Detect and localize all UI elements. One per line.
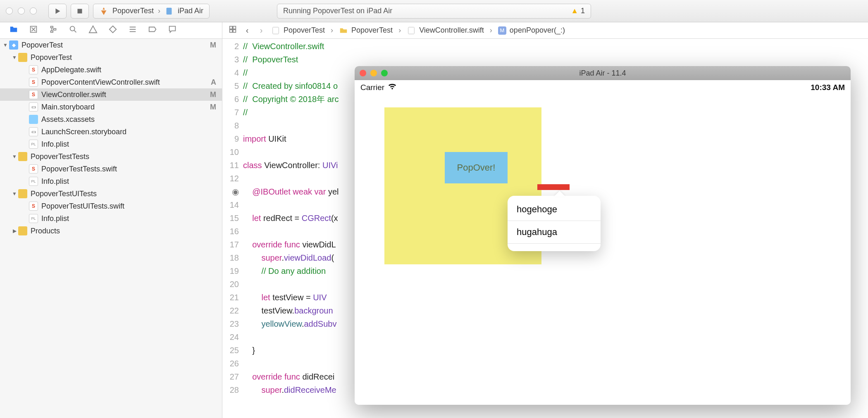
swift-file-icon: S (29, 164, 38, 173)
traffic-minimize-icon[interactable] (370, 70, 377, 76)
file-name-label: PopoverContentViewController.swift (41, 78, 160, 87)
project-navigator-tab[interactable] (9, 25, 18, 36)
file-name-label: PopoverTestUITests.swift (41, 202, 124, 211)
popover-row[interactable]: hogehoge (508, 198, 601, 221)
device-icon (165, 7, 174, 16)
scheme-project-label: PopoverTest (112, 7, 154, 15)
activity-viewer[interactable]: Running PopoverTest on iPad Air ▲ 1 (277, 4, 591, 19)
nav-file[interactable]: SPopoverContentViewController.swiftA (0, 76, 222, 88)
disclosure-triangle-icon[interactable]: ▼ (11, 55, 18, 60)
navigator-selector-bar (0, 22, 222, 38)
disclosure-triangle-icon[interactable]: ▼ (11, 191, 18, 197)
storyboard-file-icon: ▭ (29, 102, 38, 112)
related-items-button[interactable] (228, 25, 237, 36)
scm-status-badge: M (210, 90, 216, 99)
folder-icon (18, 189, 27, 198)
traffic-zoom-icon[interactable] (381, 70, 388, 76)
secondary-toolbar: ‹ › PopoverTest › PopoverTest › ViewCont… (0, 22, 868, 39)
disclosure-triangle-icon[interactable]: ▼ (2, 42, 9, 48)
wifi-icon (388, 83, 397, 93)
debug-navigator-tab[interactable] (128, 25, 137, 36)
popover-row[interactable]: hugahuga (508, 221, 601, 244)
stop-icon (75, 7, 84, 16)
issue-navigator-tab[interactable] (88, 25, 98, 36)
stop-button[interactable] (71, 4, 89, 19)
breakpoint-navigator-tab[interactable] (148, 25, 157, 36)
assets-folder-icon (29, 115, 38, 124)
nav-file[interactable]: PLInfo.plist (0, 175, 222, 188)
symbol-navigator-tab[interactable] (49, 25, 58, 36)
file-name-label: Info.plist (41, 214, 69, 223)
scm-status-badge: M (210, 41, 216, 50)
nav-group-popovertesttests[interactable]: ▼ PopoverTestTests (0, 150, 222, 163)
chevron-right-icon: › (490, 26, 492, 35)
method-icon: M (498, 26, 506, 35)
file-name-label: Assets.xcassets (41, 115, 95, 124)
file-name-label: PopoverTestTests.swift (41, 165, 117, 173)
plist-file-icon: PL (29, 140, 38, 149)
find-navigator-tab[interactable] (69, 25, 78, 36)
breakpoint-tag-icon (148, 25, 157, 34)
jumpbar-crumb-0[interactable]: PopoverTest (271, 26, 325, 35)
traffic-minimize-icon[interactable] (18, 7, 25, 14)
swift-file-icon: S (29, 78, 38, 87)
file-name-label: LaunchScreen.storyboard (41, 128, 126, 136)
scheme-selector[interactable]: PopoverTest › iPad Air (93, 4, 210, 19)
disclosure-triangle-icon[interactable]: ▼ (11, 154, 18, 159)
run-button[interactable] (48, 4, 67, 19)
source-control-navigator-tab[interactable] (29, 25, 38, 36)
plist-file-icon: PL (29, 177, 38, 186)
test-navigator-tab[interactable] (108, 25, 117, 36)
grid-icon (228, 25, 237, 34)
popover-panel[interactable]: hogehoge hugahuga (508, 196, 601, 251)
simulator-title-label: iPad Air - 11.4 (579, 69, 626, 78)
warning-icon: ▲ (571, 7, 578, 15)
nav-file[interactable]: SViewController.swiftM (0, 88, 222, 101)
popover-trigger-button[interactable]: PopOver! (445, 152, 508, 183)
jumpbar-crumb-1[interactable]: PopoverTest (339, 26, 393, 35)
nav-file[interactable]: ▭Main.storyboardM (0, 101, 222, 113)
traffic-close-icon[interactable] (6, 7, 13, 14)
nav-group-products[interactable]: ▶ Products (0, 225, 222, 237)
play-icon (53, 7, 62, 16)
project-navigator[interactable]: ▼ ◆ PopoverTest M ▼ PopoverTest SAppDele… (0, 39, 222, 418)
nav-file[interactable]: Assets.xcassets (0, 113, 222, 126)
ios-status-bar: Carrier 10:33 AM (355, 80, 851, 95)
jump-back-button[interactable]: ‹ (243, 26, 251, 35)
nav-file[interactable]: SPopoverTestTests.swift (0, 163, 222, 175)
nav-file[interactable]: SAppDelegate.swift (0, 64, 222, 76)
jump-forward-button[interactable]: › (257, 26, 265, 35)
storyboard-file-icon: ▭ (29, 127, 38, 136)
app-target-icon (99, 7, 108, 16)
jumpbar-crumb-3[interactable]: M openPopover(_:) (498, 26, 565, 35)
file-name-label: ViewController.swift (41, 90, 106, 99)
nav-file[interactable]: ▭LaunchScreen.storyboard (0, 126, 222, 138)
swift-file-icon: S (29, 90, 38, 99)
disclosure-triangle-icon[interactable]: ▶ (11, 228, 18, 234)
simulator-screen[interactable]: PopOver! hogehoge hugahuga (355, 95, 851, 405)
svg-rect-3 (273, 27, 279, 34)
nav-group-popovertest[interactable]: ▼ PopoverTest (0, 51, 222, 64)
nav-file[interactable]: SPopoverTestUITests.swift (0, 200, 222, 212)
folder-icon (18, 226, 27, 235)
diamond-icon (108, 25, 117, 34)
traffic-close-icon[interactable] (360, 70, 366, 76)
simulator-titlebar[interactable]: iPad Air - 11.4 (355, 66, 851, 80)
activity-status-text: Running PopoverTest on iPad Air (283, 7, 392, 15)
jumpbar-crumb-2[interactable]: ViewController.swift (407, 26, 484, 35)
ios-simulator-window[interactable]: iPad Air - 11.4 Carrier 10:33 AM PopOver… (355, 66, 851, 405)
warning-count: 1 (581, 7, 585, 15)
nav-file[interactable]: PLInfo.plist (0, 212, 222, 225)
line-number-gutter: 23456789101112◉1415161718192021222324252… (222, 39, 243, 418)
folder-icon (18, 152, 27, 161)
nav-group-popovertestuitests[interactable]: ▼ PopoverTestUITests (0, 188, 222, 200)
traffic-zoom-icon[interactable] (30, 7, 37, 14)
window-traffic-lights (6, 7, 37, 14)
project-icon: ◆ (9, 40, 18, 50)
report-navigator-tab[interactable] (168, 25, 177, 36)
red-rect-view (537, 184, 570, 190)
warning-triangle-icon (88, 25, 98, 34)
file-name-label: Info.plist (41, 140, 69, 149)
nav-project-root[interactable]: ▼ ◆ PopoverTest M (0, 39, 222, 51)
nav-file[interactable]: PLInfo.plist (0, 138, 222, 150)
